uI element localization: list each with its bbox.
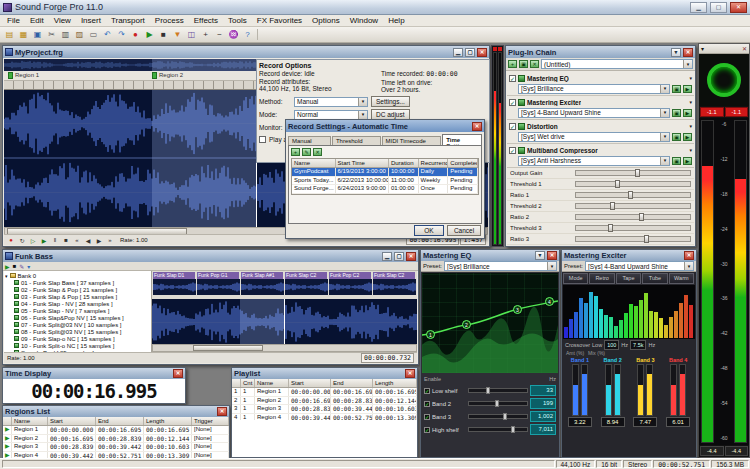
band-frequency-value[interactable]: 199: [530, 398, 556, 409]
edit-schedule-icon[interactable]: ✎: [302, 148, 311, 156]
plugin-preset-select[interactable]: [Sys] 4-Band Upward Shine▾: [518, 108, 670, 118]
crossover-high-value[interactable]: 7.5k: [630, 340, 646, 350]
chain-item[interactable]: ✓ Mastering Exciter ▾ [Sys] 4-Band Upwar…: [507, 96, 694, 120]
chevron-down-icon[interactable]: ▾: [689, 147, 692, 153]
col-name[interactable]: Name: [12, 417, 48, 425]
playlist-row[interactable]: 1 1 Region 1 00:00:00.000 00:00:16.695 0…: [232, 388, 417, 397]
playlist-row[interactable]: 3 1 Region 3 00:00:28.839 00:00:39.442 0…: [232, 405, 417, 414]
menu-item[interactable]: Insert: [76, 15, 106, 26]
band-mix-slider[interactable]: [581, 364, 588, 416]
region-row[interactable]: ▶ Region 1 00:00:00.000 00:00:16.695 00:…: [3, 426, 229, 435]
dialog-close-button[interactable]: ✕: [472, 122, 482, 131]
pause-button[interactable]: ‖: [50, 237, 60, 243]
col-duration[interactable]: Duration: [389, 159, 419, 167]
edit-sample-icon[interactable]: ✎: [19, 263, 24, 270]
plugin-enable-checkbox[interactable]: ✓: [509, 75, 516, 82]
sample-thumbnail[interactable]: Funk Pop G1: [197, 272, 240, 296]
param-slider[interactable]: [575, 192, 691, 198]
exciter-mode-button[interactable]: Mode: [563, 273, 588, 284]
window-minimize-button[interactable]: ▁: [382, 252, 392, 261]
chevron-down-icon[interactable]: ▾: [689, 75, 692, 81]
save-chain-icon[interactable]: ▣: [519, 60, 528, 68]
play-all-button[interactable]: ▷: [28, 237, 38, 244]
preset-save-icon[interactable]: ▣: [672, 157, 681, 165]
play-sample-icon[interactable]: ▶: [5, 263, 10, 270]
mastering-exciter-titlebar[interactable]: Mastering Exciter ✕: [562, 250, 696, 261]
window-close-button[interactable]: ✕: [217, 407, 227, 416]
undo-icon[interactable]: ↶: [101, 28, 114, 41]
param-slider[interactable]: [575, 203, 691, 209]
tree-expand-icon[interactable]: ▾: [5, 273, 8, 279]
tone-checkbox[interactable]: [259, 136, 266, 143]
phase-scope[interactable]: [699, 54, 749, 106]
close-button[interactable]: ✕: [730, 2, 747, 13]
regions-list-titlebar[interactable]: Regions List ✕: [3, 406, 229, 417]
method-select[interactable]: Manual▾: [294, 97, 368, 107]
col-end[interactable]: End: [331, 379, 373, 387]
window-close-button[interactable]: ✕: [684, 251, 694, 260]
tree-item[interactable]: 04 - Funk Slap - NV [ 28 samples ]: [5, 300, 150, 307]
crossover-low-value[interactable]: 100: [604, 340, 619, 350]
region-icon[interactable]: ◫: [185, 28, 198, 41]
ok-button[interactable]: OK: [414, 225, 444, 236]
go-to-start-button[interactable]: «: [72, 237, 82, 243]
preset-bypass-icon[interactable]: ▶: [683, 109, 692, 117]
preset-save-icon[interactable]: ▣: [672, 85, 681, 93]
time-display-titlebar[interactable]: Time Display ✕: [3, 368, 185, 379]
band-gain-slider[interactable]: [468, 427, 528, 432]
schedule-row[interactable]: Sound Forge... 6/24/2013 9:00:00 01:00:0…: [292, 185, 478, 194]
chevron-down-icon[interactable]: ▾: [689, 99, 692, 105]
add-schedule-icon[interactable]: +: [291, 148, 300, 156]
band-amount-slider[interactable]: [605, 364, 612, 416]
record-icon[interactable]: ●: [129, 28, 142, 41]
chain-item[interactable]: ✓ Distortion ▾ [Sys] Wet drive▾ ▣ ▶: [507, 120, 694, 144]
band-amount-value[interactable]: 7.47: [633, 417, 657, 427]
play-region-icon[interactable]: ▶: [3, 435, 12, 443]
menu-item[interactable]: Effects: [189, 15, 223, 26]
param-slider[interactable]: [575, 236, 691, 242]
plugin-chain-titlebar[interactable]: Plug-In Chain ▾ ✕: [506, 46, 695, 58]
stop-button[interactable]: ■: [61, 237, 71, 243]
menu-item[interactable]: Options: [307, 15, 345, 26]
preset-save-icon[interactable]: ▣: [672, 133, 681, 141]
tree-item[interactable]: 06 - Funk Slap&Pop NV [ 15 samples ]: [5, 314, 150, 321]
chain-preset-select[interactable]: (Untitled)▾: [541, 59, 693, 69]
col-name[interactable]: Name: [255, 379, 289, 387]
window-close-button[interactable]: ✕: [406, 252, 416, 261]
sample-thumbnail[interactable]: Funk Slap D1: [153, 272, 196, 296]
region-row[interactable]: ▶ Region 2 00:00:16.695 00:00:28.839 00:…: [3, 435, 229, 444]
pin-button[interactable]: ▾: [671, 48, 681, 57]
funk-bass-titlebar[interactable]: Funk Bass ▁ ▢ ✕: [3, 250, 418, 262]
clip-value-left[interactable]: -1.1: [700, 107, 724, 117]
clip-indicator-right[interactable]: [498, 47, 502, 51]
sample-thumbnail[interactable]: Funk Pop C2: [329, 272, 372, 296]
help-icon[interactable]: ?: [241, 28, 254, 41]
param-slider[interactable]: [575, 214, 691, 220]
eq-graph[interactable]: 1 2 3 4: [422, 273, 558, 373]
schedule-row[interactable]: Sports Today... 6/22/2013 10:00:00 11:00…: [292, 177, 478, 186]
eq-node-3[interactable]: 3: [513, 305, 522, 314]
tree-item[interactable]: 08 - Funk Split@03 NV [ 15 samples ]: [5, 328, 150, 335]
eq-preset-select[interactable]: [Sys] Brilliance▾: [444, 261, 557, 271]
zoom-in-icon[interactable]: +: [199, 28, 212, 41]
delete-schedule-icon[interactable]: ✕: [313, 148, 322, 156]
selection-region[interactable]: [152, 90, 256, 227]
col-num[interactable]: [232, 379, 241, 387]
col-start[interactable]: Start: [289, 379, 331, 387]
sample-cursor[interactable]: [284, 299, 285, 345]
menu-item[interactable]: FX Favorites: [252, 15, 307, 26]
meter-close-icon[interactable]: ✕: [742, 45, 747, 52]
plugin-preset-select[interactable]: [Sys] Brilliance▾: [518, 84, 670, 94]
col-count[interactable]: Cnt: [241, 379, 255, 387]
plugin-enable-checkbox[interactable]: ✓: [509, 123, 516, 130]
band-amount-value[interactable]: 8.94: [601, 417, 625, 427]
project-window-titlebar[interactable]: MyProject.frg ▁ ▢ ✕: [3, 46, 489, 58]
region-flag[interactable]: [152, 72, 157, 79]
maximize-button[interactable]: ▢: [710, 2, 727, 13]
sample-selection[interactable]: [240, 299, 284, 345]
window-close-button[interactable]: ✕: [683, 48, 693, 57]
window-close-button[interactable]: ✕: [547, 251, 557, 260]
window-restore-button[interactable]: ▢: [465, 48, 475, 57]
tree-root[interactable]: ▾ Bank 0: [5, 272, 150, 279]
tree-item[interactable]: 05 - Funk Slap - NV [ 7 samples ]: [5, 307, 150, 314]
